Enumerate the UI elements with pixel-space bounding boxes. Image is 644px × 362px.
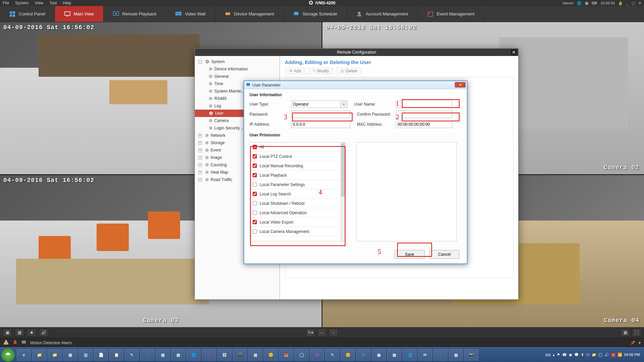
tray-icon[interactable]: 📁 (592, 353, 596, 357)
tray-icon[interactable]: ☎ (562, 353, 567, 357)
remote-config-titlebar[interactable]: Remote Configuration ✕ (195, 49, 518, 56)
permission-details[interactable] (356, 142, 457, 241)
task-app-1[interactable]: ▦ (63, 349, 77, 361)
stop-icon[interactable]: ■ (27, 328, 36, 337)
modify-button[interactable]: ✎Modify (308, 68, 333, 74)
task-app-14[interactable]: ▦ (387, 349, 401, 361)
permission-row[interactable]: Local Manual Recording (250, 161, 345, 171)
close-app-icon[interactable]: ✕ (638, 1, 641, 5)
tray-icon[interactable]: 📶 (618, 353, 622, 357)
prev-icon[interactable]: ← (317, 328, 327, 337)
task-app-7[interactable]: 🌐 (186, 349, 201, 361)
permission-row[interactable]: Local Parameter Settings (250, 180, 345, 189)
permission-list[interactable]: AllLocal PTZ ControlLocal Manual Recordi… (250, 142, 345, 241)
permission-checkbox[interactable] (253, 164, 257, 168)
task-app-15[interactable]: 📘 (402, 349, 417, 361)
tab-video-wall[interactable]: Video Wall (166, 6, 215, 22)
tray-icon[interactable]: ◯ (598, 353, 602, 357)
confirm-password-field[interactable] (396, 111, 452, 118)
minimize-icon[interactable]: _ (626, 1, 628, 5)
task-app-2[interactable]: ▥ (78, 349, 93, 361)
tab-main-view[interactable]: Main View (55, 6, 104, 22)
task-app-9[interactable]: 🎬 (233, 349, 247, 361)
ip-address-field[interactable] (291, 121, 350, 128)
volume-icon[interactable]: 🔊 (39, 328, 48, 337)
tab-device-management[interactable]: Device Management (215, 6, 284, 22)
user-name-field[interactable] (396, 101, 452, 108)
start-button[interactable] (1, 348, 15, 362)
tray-icon[interactable]: ⬆ (581, 353, 584, 357)
menu-tool[interactable]: Tool (49, 1, 57, 5)
next-icon[interactable]: → (329, 328, 338, 337)
tray-icon[interactable]: ⚑ (557, 353, 560, 357)
tray-icon[interactable]: V (611, 353, 615, 357)
permission-checkbox[interactable] (253, 201, 257, 205)
system-tray[interactable]: EN ▴ ⚑ ☎ ◉ 💬 ⬆ 🛡 📁 ◯ 🔊 V 📶 04:56 PM (545, 353, 643, 357)
cpu-icon[interactable]: ▦ (585, 1, 588, 5)
collapse-icon[interactable]: ▾ (639, 341, 641, 345)
permission-row[interactable]: Local PTZ Control (250, 152, 345, 161)
task-explorer-2[interactable]: 📁 (48, 349, 62, 361)
task-app-5[interactable]: ▦ (156, 349, 170, 361)
tray-expand-icon[interactable]: ▴ (553, 353, 555, 357)
permission-row[interactable]: All (250, 142, 345, 152)
cancel-button[interactable]: Cancel (429, 250, 460, 259)
permission-row[interactable]: Local Advanced Operation (250, 208, 345, 218)
tray-icon[interactable]: ◉ (569, 353, 572, 357)
task-onenote[interactable]: N (202, 349, 216, 361)
pin-icon[interactable]: 📌 (630, 341, 635, 345)
delete-button[interactable]: 🗑Delete (336, 68, 362, 74)
task-app-10[interactable]: ▦ (248, 349, 262, 361)
tab-remote-playback[interactable]: Remote Playback (104, 6, 166, 22)
permission-checkbox[interactable] (253, 220, 257, 224)
tray-clock[interactable]: 04:56 PM (624, 353, 640, 357)
task-explorer-1[interactable]: 📁 (32, 349, 46, 361)
task-app-3[interactable]: 📋 (109, 349, 123, 361)
grid-config-icon[interactable]: ▦ (621, 328, 630, 337)
task-outlook[interactable]: ✉ (418, 349, 432, 361)
password-field[interactable] (291, 111, 350, 118)
tray-icon[interactable]: 💬 (574, 353, 579, 357)
permission-checkbox[interactable] (253, 192, 257, 196)
task-app-8[interactable]: 🖼 (217, 349, 231, 361)
permission-row[interactable]: Local Playback (250, 171, 345, 180)
task-app-13[interactable]: ▣ (372, 349, 386, 361)
tray-icon[interactable]: 🔊 (604, 353, 609, 357)
tab-control-panel[interactable]: Control Panel (0, 6, 55, 22)
lock-icon[interactable]: 🔒 (618, 1, 623, 5)
layout-1-icon[interactable]: ▣ (3, 328, 12, 337)
task-emoji[interactable]: 😊 (264, 349, 278, 361)
menu-file[interactable]: File (3, 1, 9, 5)
user-type-select[interactable] (291, 101, 347, 108)
save-button[interactable]: Save (394, 250, 425, 259)
menu-view[interactable]: View (35, 1, 43, 5)
user-parameter-titlebar[interactable]: User Parameter ✕ (244, 81, 467, 89)
permission-checkbox[interactable] (253, 154, 257, 159)
menu-system[interactable]: System (15, 1, 29, 5)
task-notepad[interactable]: 📄 (94, 349, 108, 361)
task-excel[interactable]: X (433, 349, 447, 361)
task-chrome[interactable]: ◯ (294, 349, 309, 361)
task-skype[interactable]: S (356, 349, 370, 361)
task-ie[interactable]: e (17, 349, 31, 361)
refresh-icon[interactable]: ↻▾ (306, 328, 315, 337)
tree-system[interactable]: −System (195, 58, 279, 65)
task-app-11[interactable]: ✎ (325, 349, 339, 361)
permission-row[interactable]: Local Video Export (250, 218, 345, 227)
task-firefox[interactable]: 🦊 (279, 349, 293, 361)
tray-icon[interactable]: 🛡 (586, 353, 590, 357)
add-button[interactable]: ✚Add (285, 68, 305, 74)
permission-row[interactable]: Local Log Search (250, 189, 345, 199)
scrollbar[interactable] (340, 142, 345, 241)
fullscreen-icon[interactable]: ⛶ (632, 328, 641, 337)
tree-device-info[interactable]: Device Information (195, 65, 279, 73)
task-app-16[interactable]: ▦ (449, 349, 463, 361)
tray-lang[interactable]: EN (545, 353, 550, 357)
task-app-4[interactable]: ✎ (125, 349, 139, 361)
permission-checkbox[interactable] (253, 229, 257, 234)
permission-checkbox[interactable] (253, 210, 257, 215)
keyboard-icon[interactable]: ⌨ (592, 1, 597, 5)
task-app-6[interactable]: ▦ (171, 349, 185, 361)
close-icon[interactable]: ✕ (455, 82, 466, 87)
layout-4-icon[interactable]: ▦ (15, 328, 24, 337)
